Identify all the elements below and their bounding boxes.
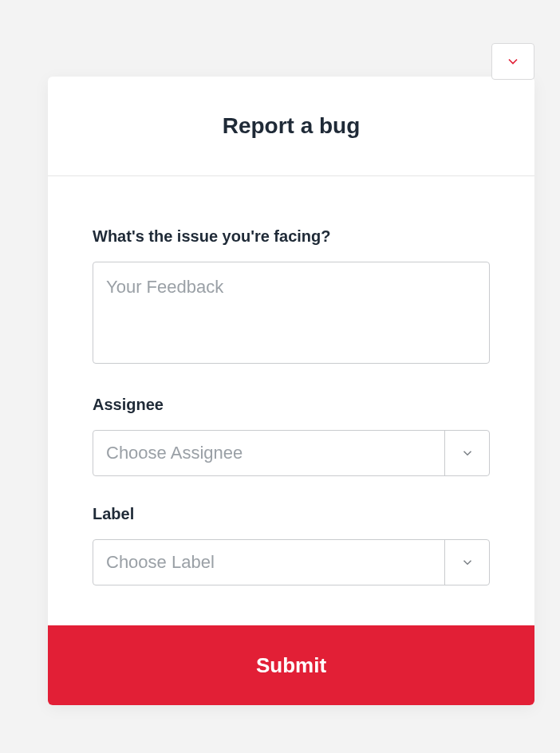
widget-toggle-button[interactable] bbox=[491, 43, 534, 80]
label-field-label: Label bbox=[93, 505, 490, 523]
label-form-group: Label Choose Label bbox=[93, 505, 490, 585]
chevron-down-icon bbox=[460, 555, 475, 570]
widget-toggle-container bbox=[491, 43, 534, 80]
label-select-value: Choose Label bbox=[93, 552, 444, 573]
label-select[interactable]: Choose Label bbox=[93, 539, 490, 585]
card-body: What's the issue you're facing? Assignee… bbox=[48, 176, 534, 625]
card-title: Report a bug bbox=[64, 113, 519, 139]
card-header: Report a bug bbox=[48, 77, 534, 176]
chevron-down-icon bbox=[460, 446, 475, 460]
bug-report-card: Report a bug What's the issue you're fac… bbox=[48, 77, 534, 705]
feedback-textarea[interactable] bbox=[93, 262, 490, 364]
issue-label: What's the issue you're facing? bbox=[93, 227, 490, 246]
assignee-label: Assignee bbox=[93, 396, 490, 414]
submit-button[interactable]: Submit bbox=[48, 625, 534, 705]
chevron-down-icon bbox=[505, 53, 521, 69]
assignee-select-arrow bbox=[444, 431, 489, 475]
assignee-form-group: Assignee Choose Assignee bbox=[93, 396, 490, 476]
label-select-arrow bbox=[444, 540, 489, 585]
issue-form-group: What's the issue you're facing? bbox=[93, 227, 490, 367]
assignee-select-value: Choose Assignee bbox=[93, 443, 444, 463]
assignee-select[interactable]: Choose Assignee bbox=[93, 430, 490, 476]
